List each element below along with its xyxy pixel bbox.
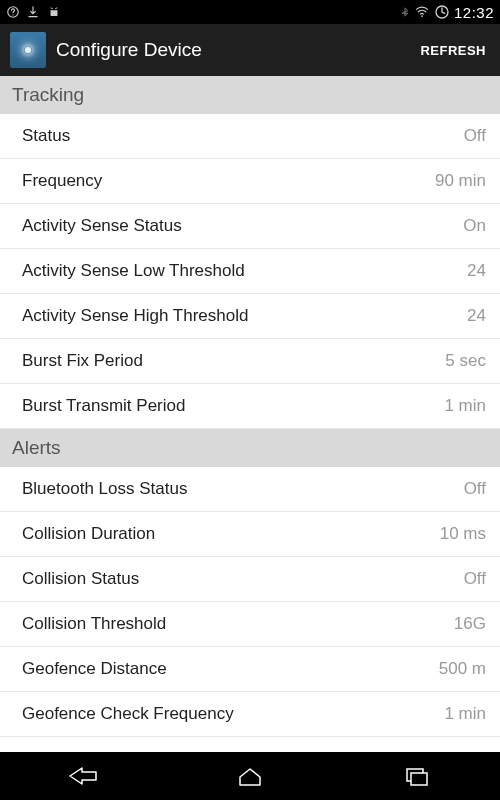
setting-frequency[interactable]: Frequency 90 min — [0, 159, 500, 204]
status-bar: 12:32 — [0, 0, 500, 24]
home-button[interactable] — [210, 752, 290, 800]
page-title: Configure Device — [56, 39, 406, 61]
svg-rect-7 — [411, 773, 427, 785]
setting-burst-transmit[interactable]: Burst Transmit Period 1 min — [0, 384, 500, 429]
setting-label: Collision Threshold — [22, 614, 166, 634]
setting-value: 24 — [467, 261, 486, 281]
app-icon[interactable] — [10, 32, 46, 68]
setting-value: On — [463, 216, 486, 236]
svg-point-4 — [421, 15, 423, 17]
setting-value: Off — [464, 126, 486, 146]
setting-burst-fix[interactable]: Burst Fix Period 5 sec — [0, 339, 500, 384]
setting-value: 24 — [467, 306, 486, 326]
bluetooth-icon — [400, 4, 410, 20]
setting-activity-sense-high[interactable]: Activity Sense High Threshold 24 — [0, 294, 500, 339]
setting-label: Bluetooth Loss Status — [22, 479, 187, 499]
download-icon — [26, 5, 40, 19]
setting-value: 90 min — [435, 171, 486, 191]
setting-collision-status[interactable]: Collision Status Off — [0, 557, 500, 602]
recent-button[interactable] — [377, 752, 457, 800]
battery-icon — [434, 4, 450, 20]
setting-activity-sense-status[interactable]: Activity Sense Status On — [0, 204, 500, 249]
setting-label: Burst Fix Period — [22, 351, 143, 371]
help-icon — [6, 5, 20, 19]
setting-value: 16G — [454, 614, 486, 634]
setting-value: Off — [464, 569, 486, 589]
back-button[interactable] — [43, 752, 123, 800]
status-right: 12:32 — [400, 4, 494, 21]
setting-label: Collision Duration — [22, 524, 155, 544]
wifi-icon — [414, 5, 430, 19]
setting-value: 1 min — [444, 704, 486, 724]
setting-label: Collision Status — [22, 569, 139, 589]
status-left — [6, 5, 62, 19]
setting-value: 500 m — [439, 659, 486, 679]
setting-label: Burst Transmit Period — [22, 396, 185, 416]
section-header-tracking: Tracking — [0, 76, 500, 114]
setting-collision-threshold[interactable]: Collision Threshold 16G — [0, 602, 500, 647]
setting-label: Activity Sense Low Threshold — [22, 261, 245, 281]
setting-value: 10 ms — [440, 524, 486, 544]
refresh-button[interactable]: REFRESH — [416, 35, 490, 66]
android-icon — [46, 5, 62, 19]
nav-bar — [0, 752, 500, 800]
setting-tracking-status[interactable]: Status Off — [0, 114, 500, 159]
action-bar: Configure Device REFRESH — [0, 24, 500, 76]
setting-label: Activity Sense Status — [22, 216, 182, 236]
clock: 12:32 — [454, 4, 494, 21]
section-header-alerts: Alerts — [0, 429, 500, 467]
setting-bluetooth-loss[interactable]: Bluetooth Loss Status Off — [0, 467, 500, 512]
setting-value: Off — [464, 479, 486, 499]
setting-value: 1 min — [444, 396, 486, 416]
setting-geofence-distance[interactable]: Geofence Distance 500 m — [0, 647, 500, 692]
setting-label: Activity Sense High Threshold — [22, 306, 248, 326]
setting-label: Geofence Check Frequency — [22, 704, 234, 724]
setting-value: 5 sec — [445, 351, 486, 371]
setting-collision-duration[interactable]: Collision Duration 10 ms — [0, 512, 500, 557]
settings-list[interactable]: Tracking Status Off Frequency 90 min Act… — [0, 76, 500, 752]
setting-geofence-check-freq[interactable]: Geofence Check Frequency 1 min — [0, 692, 500, 737]
setting-label: Geofence Distance — [22, 659, 167, 679]
setting-geofence-status[interactable]: Geofence Status Off — [0, 737, 500, 752]
setting-label: Status — [22, 126, 70, 146]
svg-point-1 — [12, 14, 13, 15]
setting-activity-sense-low[interactable]: Activity Sense Low Threshold 24 — [0, 249, 500, 294]
setting-label: Frequency — [22, 171, 102, 191]
